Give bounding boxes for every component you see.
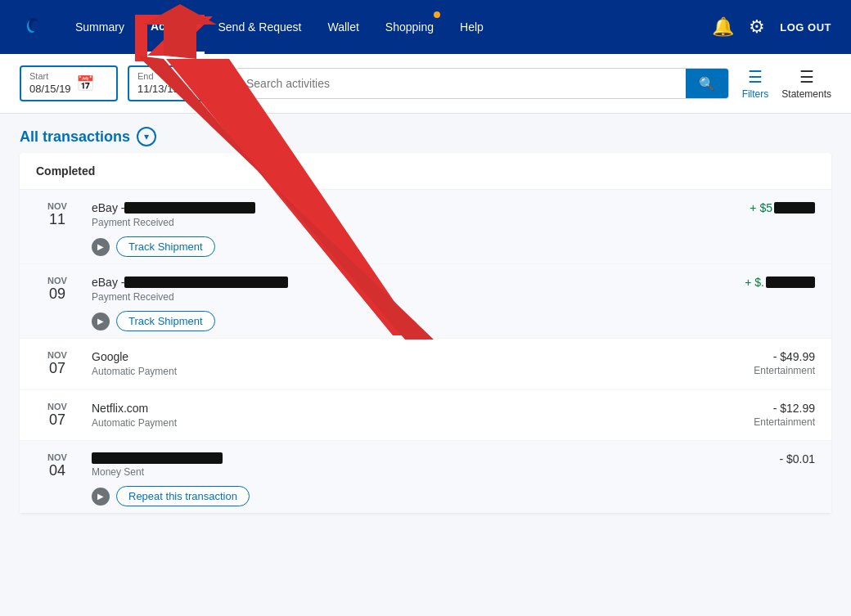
transaction-amount: - $49.99 Entertainment bbox=[725, 350, 815, 376]
transaction-day: 09 bbox=[36, 286, 79, 304]
transaction-amount: + $. bbox=[725, 276, 815, 289]
track-shipment-button[interactable]: Track Shipment bbox=[116, 236, 215, 257]
start-calendar-icon[interactable]: 📅 bbox=[76, 74, 94, 92]
transaction-amount-value: + $5 bbox=[725, 201, 815, 214]
action-icon: ▶ bbox=[92, 312, 110, 330]
notification-bell-icon[interactable]: 🔔 bbox=[712, 16, 734, 38]
filters-button[interactable]: ☰ Filters bbox=[742, 67, 769, 100]
statements-icon: ☰ bbox=[799, 67, 814, 87]
redacted-text bbox=[124, 277, 288, 288]
redacted-text bbox=[92, 452, 223, 464]
transaction-subtitle: Payment Received bbox=[92, 291, 725, 303]
transaction-category: Entertainment bbox=[725, 416, 815, 428]
transaction-section: Completed NOV 11 eBay - Payment Received… bbox=[20, 153, 831, 513]
amount-redact bbox=[774, 202, 815, 214]
filters-label: Filters bbox=[742, 88, 769, 100]
transaction-subtitle: Automatic Payment bbox=[92, 366, 725, 377]
table-row: NOV 07 Google Automatic Payment - $49.99… bbox=[20, 339, 831, 390]
table-row: NOV 04 Money Sent ▶ Repeat this transact… bbox=[20, 441, 831, 513]
start-date-label: Start bbox=[29, 71, 71, 81]
transaction-amount-value: - $12.99 bbox=[725, 402, 815, 415]
transaction-info: Netflix.com Automatic Payment bbox=[92, 402, 725, 429]
transaction-action: ▶ Track Shipment bbox=[92, 311, 725, 331]
transaction-day: 11 bbox=[36, 211, 79, 229]
all-transactions-header: All transactions ▾ bbox=[0, 114, 851, 153]
end-calendar-icon[interactable]: 📅 bbox=[184, 74, 202, 92]
transaction-day: 07 bbox=[36, 360, 79, 378]
header: Summary Activity Send & Request Wallet S… bbox=[0, 0, 851, 54]
end-date-value: 11/13/19 bbox=[137, 83, 179, 95]
transaction-action: ▶ Track Shipment bbox=[92, 236, 725, 257]
transaction-info: Google Automatic Payment bbox=[92, 350, 725, 377]
transaction-date: NOV 07 bbox=[36, 402, 79, 429]
repeat-transaction-button[interactable]: Repeat this transaction bbox=[116, 486, 250, 506]
table-row: NOV 11 eBay - Payment Received ▶ Track S… bbox=[20, 190, 831, 264]
statements-label: Statements bbox=[781, 88, 831, 100]
main-nav: Summary Activity Send & Request Wallet S… bbox=[62, 0, 497, 54]
transaction-date: NOV 04 bbox=[36, 452, 79, 480]
action-icon: ▶ bbox=[92, 238, 110, 256]
nav-help[interactable]: Help bbox=[447, 0, 497, 54]
logout-button[interactable]: LOG OUT bbox=[780, 21, 831, 34]
redacted-text bbox=[124, 202, 255, 214]
transaction-merchant: eBay - bbox=[92, 201, 725, 214]
table-row: NOV 07 Netflix.com Automatic Payment - $… bbox=[20, 390, 831, 442]
track-shipment-button[interactable]: Track Shipment bbox=[116, 311, 215, 331]
transaction-action: ▶ Repeat this transaction bbox=[92, 486, 725, 506]
transaction-amount-value: + $. bbox=[725, 276, 815, 289]
transaction-date: NOV 07 bbox=[36, 350, 79, 378]
transaction-date: NOV 09 bbox=[36, 276, 79, 304]
end-date-label: End bbox=[137, 71, 179, 81]
transaction-info: eBay - Payment Received ▶ Track Shipment bbox=[92, 201, 725, 257]
filters-icon: ☰ bbox=[748, 67, 763, 87]
transaction-month: NOV bbox=[36, 276, 79, 286]
transaction-category: Entertainment bbox=[725, 365, 815, 376]
transaction-amount: + $5 bbox=[725, 201, 815, 214]
transaction-merchant bbox=[92, 452, 725, 464]
paypal-logo bbox=[20, 12, 49, 42]
transaction-day: 07 bbox=[36, 411, 79, 429]
transaction-subtitle: Money Sent bbox=[92, 466, 725, 478]
statements-button[interactable]: ☰ Statements bbox=[781, 67, 831, 100]
search-icon: 🔍 bbox=[699, 76, 715, 92]
transaction-amount-value: - $0.01 bbox=[725, 452, 815, 465]
transaction-amount-value: - $49.99 bbox=[725, 350, 815, 363]
transaction-month: NOV bbox=[36, 402, 79, 411]
search-input[interactable] bbox=[236, 69, 728, 98]
nav-summary[interactable]: Summary bbox=[62, 0, 137, 54]
all-transactions-title: All transactions bbox=[20, 128, 130, 146]
transaction-merchant: Google bbox=[92, 350, 725, 363]
transaction-info: eBay - Payment Received ▶ Track Shipment bbox=[92, 276, 725, 331]
transaction-subtitle: Automatic Payment bbox=[92, 417, 725, 429]
search-button[interactable]: 🔍 bbox=[686, 69, 728, 98]
all-transactions-dropdown-icon[interactable]: ▾ bbox=[137, 127, 156, 146]
section-header: Completed bbox=[20, 153, 831, 190]
table-row: NOV 09 eBay - Payment Received ▶ Track S… bbox=[20, 264, 831, 339]
settings-gear-icon[interactable]: ⚙ bbox=[749, 16, 765, 38]
start-date-group[interactable]: Start 08/15/19 📅 bbox=[20, 65, 118, 101]
nav-shopping[interactable]: Shopping bbox=[372, 0, 447, 54]
search-input-wrap: 🔍 bbox=[236, 68, 729, 99]
transaction-day: 04 bbox=[36, 462, 79, 480]
transaction-merchant: Netflix.com bbox=[92, 402, 725, 415]
transaction-date: NOV 11 bbox=[36, 201, 79, 229]
nav-activity[interactable]: Activity bbox=[137, 0, 205, 54]
transaction-subtitle: Payment Received bbox=[92, 217, 725, 228]
start-date-value: 08/15/19 bbox=[29, 83, 71, 95]
action-icon: ▶ bbox=[92, 488, 110, 506]
nav-wallet[interactable]: Wallet bbox=[314, 0, 371, 54]
shopping-dot bbox=[434, 11, 440, 18]
amount-redact bbox=[766, 277, 815, 288]
header-right: 🔔 ⚙ LOG OUT bbox=[712, 16, 831, 38]
transaction-month: NOV bbox=[36, 201, 79, 211]
svg-point-2 bbox=[31, 20, 39, 32]
search-bar: Start 08/15/19 📅 End 11/13/19 📅 🔍 ☰ Filt… bbox=[0, 54, 851, 114]
nav-send-request[interactable]: Send & Request bbox=[205, 0, 314, 54]
transaction-month: NOV bbox=[36, 452, 79, 462]
transaction-merchant: eBay - bbox=[92, 276, 725, 289]
transaction-info: Money Sent ▶ Repeat this transaction bbox=[92, 452, 725, 506]
transaction-month: NOV bbox=[36, 350, 79, 360]
end-date-group[interactable]: End 11/13/19 📅 bbox=[128, 65, 226, 101]
transaction-amount: - $12.99 Entertainment bbox=[725, 402, 815, 428]
transaction-amount: - $0.01 bbox=[725, 452, 815, 465]
